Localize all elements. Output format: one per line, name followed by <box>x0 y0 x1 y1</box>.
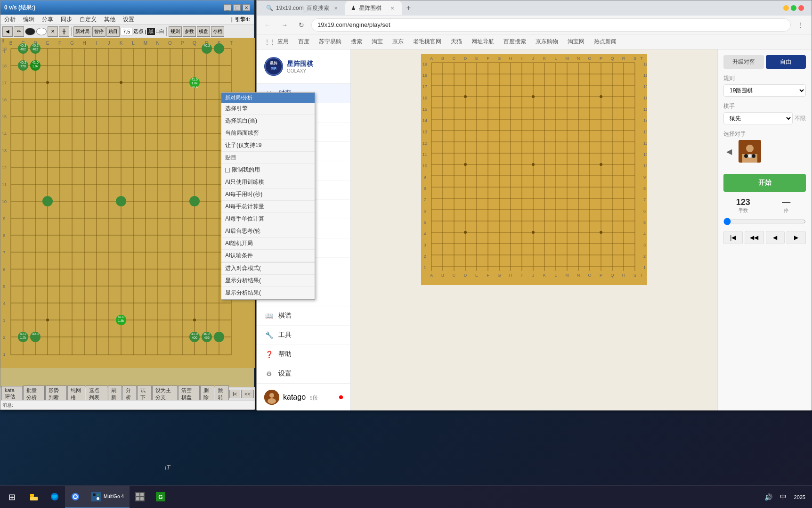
tray-volume[interactable]: 🔊 <box>763 492 774 502</box>
bookmark-search[interactable]: 搜索 <box>347 36 366 47</box>
params-btn[interactable]: 参数 <box>183 26 196 37</box>
board-btn[interactable]: 棋盘 <box>197 26 210 37</box>
ctx-ai-total-calc[interactable]: AI每手总计算量 <box>221 201 315 213</box>
play-next-one-btn[interactable]: ▶ <box>787 231 806 244</box>
website-go-board[interactable]: A B C D E F G H I J K L M N O P Q <box>421 54 647 285</box>
ctx-select-engine[interactable]: 选择引擎 <box>221 103 315 115</box>
bookmark-taobao[interactable]: 淘宝 <box>368 36 387 47</box>
menu-settings[interactable]: 设置 <box>119 15 138 25</box>
bookmark-lmt[interactable]: 老毛桃官网 <box>409 36 445 47</box>
bookmark-taobao2[interactable]: 淘宝网 <box>564 36 588 47</box>
menu-sync[interactable]: 同步 <box>57 15 76 25</box>
start-btn[interactable]: 开始 <box>723 174 806 192</box>
sidebar-item-settings[interactable]: ⚙ 设置 <box>257 364 350 384</box>
cross-btn[interactable]: ✕ <box>48 26 58 37</box>
taskbar-multigogo[interactable]: MultiGo 4 <box>86 486 130 508</box>
menu-edit[interactable]: 编辑 <box>19 15 38 25</box>
bookmark-jdshopping[interactable]: 京东购物 <box>532 36 562 47</box>
browser-maximize-btn[interactable] <box>791 5 796 11</box>
taskbar-app2[interactable]: G <box>150 486 171 508</box>
new-tab-btn[interactable]: + <box>402 1 415 15</box>
ctx-handicap[interactable]: 让子(仅支持19 <box>221 139 315 152</box>
ctx-show-analysis2[interactable]: 显示分析结果( <box>221 287 315 299</box>
tab-search-close[interactable]: ✕ <box>332 4 340 12</box>
ctx-komi[interactable]: 贴目 <box>221 152 315 164</box>
vertical-lines-btn[interactable]: ╫ <box>59 26 69 37</box>
color-black[interactable]: 黑 <box>147 28 155 35</box>
sidebar-item-tools[interactable]: 🔧 工具 <box>257 326 350 345</box>
panel-tab-free[interactable]: 自由 <box>766 55 806 69</box>
back-nav-btn[interactable]: ← <box>260 18 275 32</box>
tray-ime[interactable]: 中 <box>778 492 788 502</box>
stone-white-btn[interactable] <box>36 28 47 35</box>
taskbar-chrome[interactable] <box>65 486 86 508</box>
panel-tab-upgrade[interactable]: 升级对弈 <box>723 55 764 69</box>
minimize-btn[interactable]: _ <box>224 4 231 11</box>
ctx-ai-only-train[interactable]: AI只使用训练棋 <box>221 176 315 188</box>
menu-custom[interactable]: 自定义 <box>76 15 100 25</box>
new-game-btn[interactable]: 新对局 <box>73 26 91 37</box>
taskbar-app1[interactable] <box>130 486 150 508</box>
ctx-limit-moves[interactable]: 限制我的用 <box>221 164 315 176</box>
bookmark-suning[interactable]: 苏宁易购 <box>315 36 345 47</box>
select-black[interactable]: 选点 <box>133 28 144 35</box>
nav-back-btn[interactable]: << <box>241 390 254 398</box>
tab-golaxy[interactable]: ♟ 星阵围棋 ✕ <box>345 1 402 15</box>
bookmark-nav[interactable]: 网址导航 <box>468 36 498 47</box>
play-prev-btn[interactable]: ◀◀ <box>745 231 764 244</box>
reload-btn[interactable]: ↻ <box>294 18 309 32</box>
taskbar-edge[interactable] <box>44 486 65 508</box>
bookmark-baidusearch[interactable]: 百度搜索 <box>500 36 530 47</box>
menu-analyze[interactable]: 分析 <box>0 15 19 25</box>
close-btn[interactable]: ✕ <box>243 4 250 11</box>
sidebar-item-records[interactable]: 📖 棋谱 <box>257 306 350 326</box>
player-select[interactable]: 猿先 <box>723 112 793 124</box>
bookmark-apps[interactable]: ⋮⋮ 应用 <box>260 36 292 47</box>
save-btn[interactable]: 存档 <box>211 26 224 37</box>
ctx-ai-pondering[interactable]: AI后台思考(轮 <box>221 225 315 238</box>
bookmark-jd[interactable]: 京东 <box>389 36 407 47</box>
ctx-enter-play[interactable]: 进入对弈模式( <box>221 262 315 275</box>
ctx-continue-game[interactable]: 当前局面续弈 <box>221 127 315 139</box>
rules-select[interactable]: 19路围棋 <box>723 84 806 97</box>
play-first-btn[interactable]: |◀ <box>723 231 743 244</box>
svg-text:5: 5 <box>643 220 646 225</box>
prev-opponent-btn[interactable]: ◀ <box>723 146 735 157</box>
user-profile[interactable]: katago 9段 <box>257 384 350 410</box>
restore-btn[interactable]: □ <box>233 4 241 11</box>
ctx-ai-time[interactable]: AI每手用时(秒) <box>221 188 315 201</box>
url-bar[interactable]: 19x19.com/engine/play/set <box>311 18 791 32</box>
sidebar-item-help[interactable]: ❓ 帮助 <box>257 345 350 364</box>
ctx-ai-random[interactable]: AI随机开局 <box>221 238 315 250</box>
kata-eval-btn[interactable]: kata评估 <box>1 386 23 401</box>
komi-value[interactable]: 7.5 <box>121 28 132 35</box>
ctx-ai-unit-calc[interactable]: AI每手单位计算 <box>221 213 315 225</box>
bookmark-tmall[interactable]: 天猫 <box>447 36 466 47</box>
start-button[interactable]: ⊞ <box>0 486 24 508</box>
paste-btn[interactable]: 贴目 <box>106 26 120 37</box>
taskbar-explorer[interactable] <box>24 486 44 508</box>
browser-close-btn[interactable] <box>798 5 804 11</box>
smart-stop-btn[interactable]: 智停 <box>92 26 106 37</box>
stone-black-btn[interactable] <box>25 28 35 35</box>
menu-other[interactable]: 其他 <box>100 15 119 25</box>
bookmark-news[interactable]: 热点新闻 <box>590 36 620 47</box>
bookmark-baidu[interactable]: 百度 <box>294 36 313 47</box>
rules-btn[interactable]: 规则 <box>169 26 182 37</box>
color-white[interactable]: □白 <box>156 28 164 35</box>
nav-start-btn[interactable]: I< <box>229 390 240 398</box>
ctx-ai-resign[interactable]: AI认输条件 <box>221 250 315 262</box>
ctx-show-analysis1[interactable]: 显示分析结果( <box>221 275 315 287</box>
tab-golaxy-close[interactable]: ✕ <box>389 4 396 12</box>
play-prev-one-btn[interactable]: ◀ <box>766 231 785 244</box>
menu-share[interactable]: 分享 <box>38 15 57 25</box>
draw-btn[interactable]: ✏ <box>14 26 24 37</box>
back-btn[interactable]: ◀ <box>2 26 13 37</box>
forward-nav-btn[interactable]: → <box>277 18 292 32</box>
multigogo-board[interactable]: B C D E F G H I J K L M N O P Q R S T 1 … <box>0 38 255 368</box>
tab-search[interactable]: 🔍 19x19.com_百度搜索 ✕ <box>260 1 345 15</box>
extensions-btn[interactable]: ⋮ <box>794 18 808 32</box>
browser-minimize-btn[interactable] <box>783 5 789 11</box>
ctx-select-color[interactable]: 选择黑白(当) <box>221 115 315 127</box>
position-slider[interactable] <box>723 218 806 225</box>
